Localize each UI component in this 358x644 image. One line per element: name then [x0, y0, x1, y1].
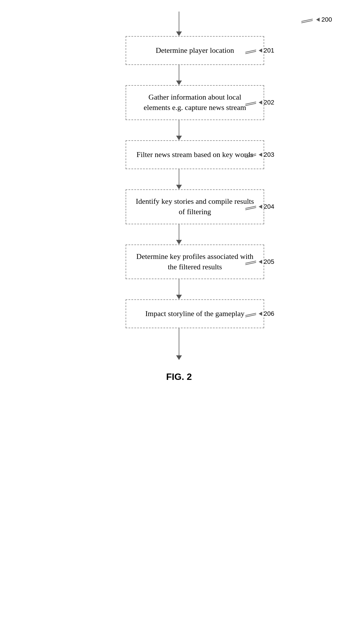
step-206-box: Impact storyline of the gameplay [126, 299, 264, 328]
ref-203-label: 203 [245, 151, 274, 158]
ref-201-number: 201 [264, 47, 274, 54]
step-204-text: Identify key stories and compile results… [135, 196, 255, 217]
top-entry-arrow [176, 12, 182, 36]
ref-203-number: 203 [264, 151, 274, 158]
step-203-row: Filter news stream based on key words 20… [78, 140, 280, 169]
step-202-text: Gather information about local elements … [135, 92, 255, 113]
ref-204-number: 204 [264, 203, 274, 210]
step-205-row: Determine key profiles associated with t… [78, 244, 280, 279]
ref-206-label: 206 [245, 310, 274, 318]
ref-200-number: 200 [321, 16, 332, 23]
step-203-box: Filter news stream based on key words [126, 140, 264, 169]
figure-label: FIG. 2 [166, 372, 192, 382]
step-201-text: Determine player location [156, 45, 234, 56]
arrow-1-2 [176, 65, 182, 85]
ref-201-label: 201 [245, 47, 274, 54]
step-206-row: Impact storyline of the gameplay 206 [78, 299, 280, 328]
step-202-row: Gather information about local elements … [78, 85, 280, 120]
arrow-5-6 [176, 279, 182, 299]
step-205-text: Determine key profiles associated with t… [135, 251, 255, 272]
bottom-exit-arrow [176, 328, 182, 360]
arrow-2-3 [176, 120, 182, 140]
ref-202-number: 202 [264, 99, 274, 106]
step-204-row: Identify key stories and compile results… [78, 189, 280, 224]
ref-202-label: 202 [245, 99, 274, 106]
ref-205-label: 205 [245, 258, 274, 266]
step-205-box: Determine key profiles associated with t… [126, 244, 264, 279]
ref-204-label: 204 [245, 203, 274, 210]
step-204-box: Identify key stories and compile results… [126, 189, 264, 224]
ref-200-label: 200 [301, 16, 332, 23]
step-203-text: Filter news stream based on key words [137, 150, 253, 160]
ref-206-number: 206 [264, 310, 274, 318]
ref-205-number: 205 [264, 258, 274, 266]
step-201-row: Determine player location 201 [78, 36, 280, 65]
arrow-4-5 [176, 224, 182, 244]
step-206-text: Impact storyline of the gameplay [145, 309, 245, 319]
arrow-3-4 [176, 169, 182, 189]
step-202-box: Gather information about local elements … [126, 85, 264, 120]
step-201-box: Determine player location [126, 36, 264, 65]
